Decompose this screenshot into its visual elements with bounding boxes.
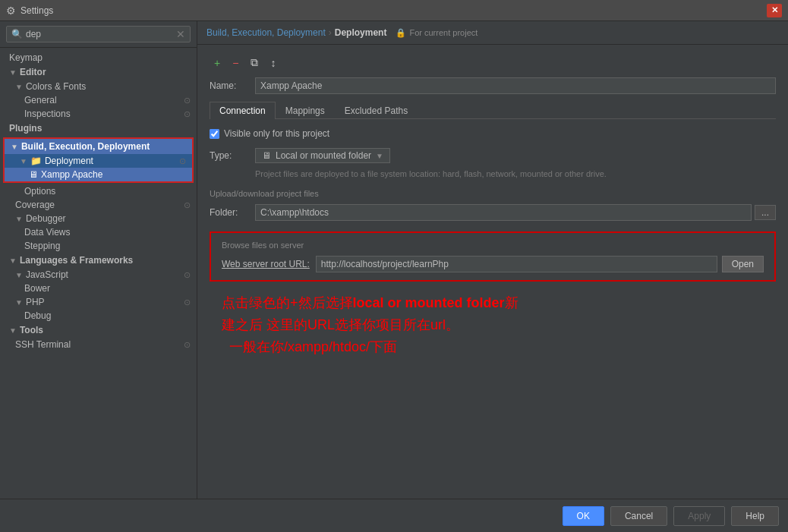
move-button[interactable]: ↕ bbox=[266, 54, 280, 71]
arrow-lf: ▼ bbox=[9, 257, 17, 265]
sidebar: 🔍 ✕ Keymap ▼ Editor ▼ Colors & Fonts bbox=[0, 21, 197, 499]
type-dropdown[interactable]: 🖥 Local or mounted folder ▼ bbox=[255, 148, 390, 163]
breadcrumb-project: For current project bbox=[409, 28, 478, 37]
sidebar-item-debug[interactable]: Debug bbox=[0, 309, 197, 323]
main-layout: 🔍 ✕ Keymap ▼ Editor ▼ Colors & Fonts bbox=[0, 21, 788, 499]
sidebar-item-plugins[interactable]: Plugins bbox=[0, 121, 197, 136]
breadcrumb: Build, Execution, Deployment › Deploymen… bbox=[197, 21, 788, 45]
tab-bar: Connection Mappings Excluded Paths bbox=[210, 102, 776, 119]
inspections-action-icon: ⊙ bbox=[184, 109, 191, 119]
copy-button[interactable]: ⧉ bbox=[246, 54, 263, 71]
breadcrumb-project-icon: 🔒 bbox=[396, 28, 406, 38]
type-dropdown-icon: 🖥 bbox=[262, 150, 271, 161]
ok-button[interactable]: OK bbox=[563, 506, 604, 526]
name-label: Name: bbox=[210, 80, 255, 91]
visible-only-checkbox[interactable] bbox=[210, 129, 219, 139]
type-label: Type: bbox=[210, 150, 255, 161]
sidebar-item-bower[interactable]: Bower bbox=[0, 282, 197, 295]
breadcrumb-link-build[interactable]: Build, Execution, Deployment bbox=[206, 27, 326, 38]
tab-excluded-paths[interactable]: Excluded Paths bbox=[335, 102, 418, 119]
url-input[interactable] bbox=[316, 256, 717, 272]
cancel-button[interactable]: Cancel bbox=[610, 506, 667, 526]
apply-button[interactable]: Apply bbox=[673, 506, 725, 526]
folder-label: Folder: bbox=[210, 207, 255, 218]
sidebar-item-javascript[interactable]: ▼ JavaScript ⊙ bbox=[0, 268, 197, 282]
browse-box-title: Browse files on server bbox=[222, 241, 764, 250]
content-area: Build, Execution, Deployment › Deploymen… bbox=[197, 21, 788, 499]
title-bar: ⚙ Settings ✕ bbox=[0, 0, 788, 21]
arrow-colors-fonts: ▼ bbox=[15, 83, 23, 91]
sidebar-item-keymap[interactable]: Keymap bbox=[0, 51, 197, 65]
search-bar: 🔍 ✕ bbox=[0, 21, 197, 48]
open-button[interactable]: Open bbox=[722, 256, 764, 272]
sidebar-item-php[interactable]: ▼ PHP ⊙ bbox=[0, 295, 197, 309]
deployment-icon: 📁 bbox=[30, 156, 42, 166]
url-label: Web server root URL: bbox=[222, 259, 310, 269]
type-dropdown-value: Local or mounted folder bbox=[276, 150, 371, 161]
sidebar-item-inspections[interactable]: Inspections ⊙ bbox=[0, 107, 197, 121]
js-action-icon: ⊙ bbox=[184, 270, 191, 280]
chevron-down-icon: ▼ bbox=[376, 152, 383, 160]
app-icon: ⚙ bbox=[6, 5, 16, 17]
toolbar: + − ⧉ ↕ bbox=[210, 54, 776, 71]
arrow-bed: ▼ bbox=[11, 143, 18, 151]
browse-files-box: Browse files on server Web server root U… bbox=[210, 231, 776, 282]
type-row: Type: 🖥 Local or mounted folder ▼ bbox=[210, 148, 776, 163]
sidebar-item-editor[interactable]: ▼ Editor bbox=[0, 65, 197, 80]
sidebar-item-languages-frameworks[interactable]: ▼ Languages & Frameworks bbox=[0, 253, 197, 268]
search-clear-icon[interactable]: ✕ bbox=[176, 28, 185, 40]
sidebar-item-colors-fonts[interactable]: ▼ Colors & Fonts bbox=[0, 80, 197, 93]
annotation-text: 点击绿色的+然后选择local or mounted folder新 建之后 这… bbox=[222, 292, 764, 357]
checkbox-row: Visible only for this project bbox=[210, 128, 776, 139]
folder-row: Folder: ... bbox=[210, 204, 776, 221]
sidebar-item-debugger[interactable]: ▼ Debugger bbox=[0, 212, 197, 225]
name-row: Name: bbox=[210, 77, 776, 94]
annotation-area: 点击绿色的+然后选择local or mounted folder新 建之后 这… bbox=[210, 292, 776, 357]
search-input[interactable] bbox=[26, 29, 176, 39]
general-action-icon: ⊙ bbox=[184, 96, 191, 105]
sidebar-item-data-views[interactable]: Data Views bbox=[0, 225, 197, 239]
sidebar-item-ssh-terminal[interactable]: SSH Terminal ⊙ bbox=[0, 338, 197, 351]
folder-input[interactable] bbox=[255, 204, 752, 221]
arrow-deployment: ▼ bbox=[20, 157, 27, 165]
sidebar-red-box: ▼ Build, Execution, Deployment ▼ 📁 Deplo… bbox=[3, 137, 194, 183]
search-input-wrap[interactable]: 🔍 ✕ bbox=[6, 26, 191, 42]
arrow-tools: ▼ bbox=[9, 326, 17, 335]
sidebar-item-xampp-apache[interactable]: 🖥 Xampp Apache bbox=[5, 168, 192, 181]
add-button[interactable]: + bbox=[210, 54, 225, 71]
tab-connection[interactable]: Connection bbox=[210, 102, 276, 119]
coverage-action-icon: ⊙ bbox=[184, 200, 191, 210]
sidebar-item-tools[interactable]: ▼ Tools bbox=[0, 323, 197, 338]
sidebar-item-options[interactable]: Options bbox=[0, 184, 197, 198]
breadcrumb-sep: › bbox=[329, 27, 332, 38]
title-text: Settings bbox=[20, 5, 767, 16]
sidebar-item-general[interactable]: General ⊙ bbox=[0, 93, 197, 107]
url-row: Web server root URL: Open bbox=[222, 256, 764, 272]
close-button[interactable]: ✕ bbox=[767, 4, 782, 17]
breadcrumb-current: Deployment bbox=[335, 27, 387, 38]
arrow-php: ▼ bbox=[15, 298, 23, 307]
remove-button[interactable]: − bbox=[228, 54, 243, 71]
sidebar-item-stepping[interactable]: Stepping bbox=[0, 239, 197, 253]
sidebar-item-build-execution-deployment[interactable]: ▼ Build, Execution, Deployment bbox=[5, 139, 192, 154]
search-icon: 🔍 bbox=[11, 29, 23, 39]
ssh-action-icon: ⊙ bbox=[184, 340, 191, 350]
deployment-action-icon: ⊙ bbox=[179, 156, 186, 166]
help-button[interactable]: Help bbox=[731, 506, 779, 526]
name-input[interactable] bbox=[255, 77, 776, 94]
arrow-js: ▼ bbox=[15, 271, 23, 279]
upload-section-header: Upload/download project files bbox=[210, 189, 776, 198]
checkbox-label: Visible only for this project bbox=[224, 128, 329, 139]
folder-browse-button[interactable]: ... bbox=[755, 205, 776, 220]
php-action-icon: ⊙ bbox=[184, 297, 191, 307]
sidebar-tree: Keymap ▼ Editor ▼ Colors & Fonts General… bbox=[0, 48, 197, 499]
arrow-editor: ▼ bbox=[9, 68, 17, 77]
info-text: Project files are deployed to a file sys… bbox=[255, 169, 776, 178]
sidebar-item-deployment[interactable]: ▼ 📁 Deployment ⊙ bbox=[5, 154, 192, 168]
content-panel: + − ⧉ ↕ Name: Connection Mappings Exclud… bbox=[197, 45, 788, 499]
sidebar-item-coverage[interactable]: Coverage ⊙ bbox=[0, 198, 197, 212]
xampp-apache-icon: 🖥 bbox=[29, 169, 38, 180]
bottom-bar: OK Cancel Apply Help bbox=[0, 499, 788, 532]
tab-mappings[interactable]: Mappings bbox=[276, 102, 335, 119]
arrow-debugger: ▼ bbox=[15, 215, 23, 223]
